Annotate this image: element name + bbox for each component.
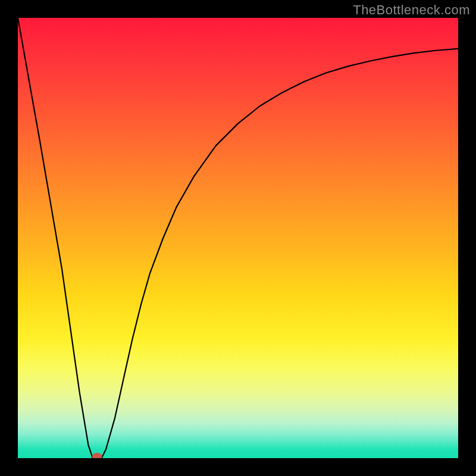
- plot-area: [18, 18, 458, 458]
- bottleneck-curve: [18, 18, 458, 458]
- chart-frame: TheBottleneck.com: [0, 0, 476, 476]
- optimal-marker: [92, 453, 102, 459]
- watermark-text: TheBottleneck.com: [353, 2, 470, 18]
- curve-layer: [18, 18, 458, 458]
